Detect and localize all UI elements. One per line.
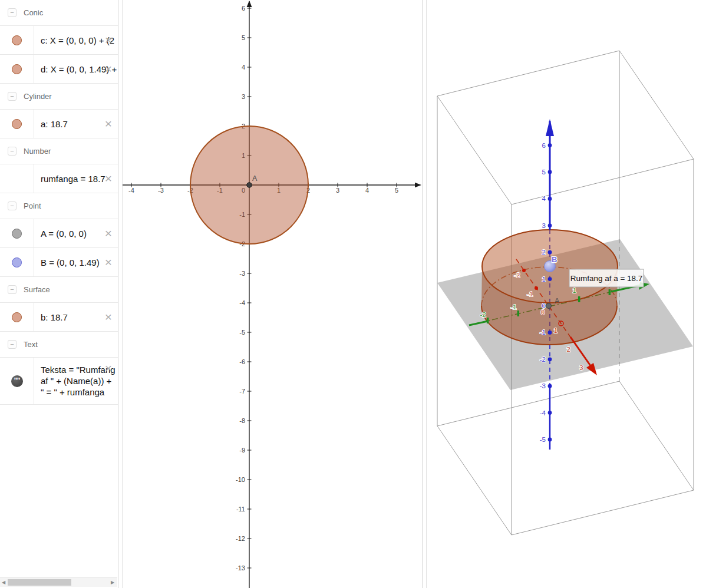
z-tick-label: 5 <box>542 169 546 176</box>
collapse-icon[interactable]: − <box>8 8 17 17</box>
visibility-marble[interactable] <box>12 119 22 129</box>
section-label: Point <box>24 201 41 210</box>
visibility-marble[interactable] <box>12 312 22 322</box>
marble-cell <box>0 110 34 138</box>
delete-icon[interactable]: × <box>102 361 115 375</box>
z-tick-label: 3 <box>542 222 546 229</box>
delete-icon[interactable]: × <box>102 62 115 76</box>
collapse-icon[interactable]: − <box>8 147 17 156</box>
z-tick-dot <box>548 170 552 174</box>
collapse-icon[interactable]: − <box>8 340 17 349</box>
marble-cell <box>0 248 34 276</box>
scrollbar-thumb[interactable] <box>8 579 71 586</box>
y-tick-label: -13 <box>236 564 245 572</box>
algebra-item-row-8[interactable]: A = (0, 0, 0)× <box>0 219 118 248</box>
graphics-3d-view[interactable]: 6543210-1-2-3-4-5-2-10123-2-11 A B Rumfa… <box>427 0 706 588</box>
y-tick-label: 3 <box>242 93 245 100</box>
y-tick-label: -2 <box>480 311 486 318</box>
x-tick-label: -4 <box>128 187 134 194</box>
z-tick-label: -2 <box>540 356 546 363</box>
z-tick-label: 2 <box>542 249 546 256</box>
section-header-point[interactable]: −Point <box>0 193 118 219</box>
section-header-text[interactable]: −Text <box>0 332 118 358</box>
caption-text: Rumfang af a = 18.7 <box>570 274 643 283</box>
x-tick-label: -2 <box>514 272 520 279</box>
z-tick-label: 4 <box>542 195 546 202</box>
z-tick-dot <box>548 411 552 415</box>
algebra-item-row-1[interactable]: c: X = (0, 0, 0) + (2 × <box>0 26 118 55</box>
scroll-left-icon[interactable]: ◀ <box>0 579 7 586</box>
z-tick-label: -4 <box>540 409 546 417</box>
graphics-2d-view[interactable]: -4-3-2-1012345654321-1-2-3-4-5-6-7-8-9-1… <box>123 0 422 588</box>
y-tick-label: -9 <box>239 447 245 454</box>
section-header-number[interactable]: −Number <box>0 138 118 164</box>
scroll-right-icon[interactable]: ▶ <box>109 579 116 586</box>
collapse-icon[interactable]: − <box>8 285 17 294</box>
delete-icon[interactable]: × <box>102 117 115 131</box>
algebra-item-row-4[interactable]: a: 18.7× <box>0 110 118 138</box>
x-axis-arrow-icon <box>415 183 421 187</box>
delete-icon[interactable]: × <box>102 310 115 324</box>
y-axis-arrow-icon <box>247 1 252 7</box>
y-tick-label: 5 <box>242 34 245 41</box>
collapse-icon[interactable]: − <box>8 92 17 101</box>
z-tick-label: -5 <box>540 436 546 443</box>
point-a-3d[interactable] <box>546 303 552 309</box>
x-tick-label: -3 <box>158 187 164 194</box>
x-tick-dot <box>522 269 526 272</box>
y-tick-label: -7 <box>239 388 245 395</box>
y-tick-label: -12 <box>236 535 245 542</box>
algebra-rows: −Conicc: X = (0, 0, 0) + (2 ×d: X = (0, … <box>0 0 118 405</box>
z-tick-dot <box>548 197 552 201</box>
marble-cell <box>0 55 34 83</box>
collapse-icon[interactable]: − <box>8 201 17 210</box>
algebra-item-row-2[interactable]: d: X = (0, 0, 1.49) + × <box>0 55 118 84</box>
z-tick-dot <box>548 357 552 361</box>
z-tick-label: 1 <box>542 276 546 283</box>
horizontal-scrollbar[interactable]: ◀ ▶ <box>0 577 117 587</box>
algebra-view-panel: −Conicc: X = (0, 0, 0) + (2 ×d: X = (0, … <box>0 0 118 588</box>
x-tick-label: 4 <box>365 187 369 194</box>
section-header-surface[interactable]: −Surface <box>0 277 118 303</box>
section-header-cylinder[interactable]: −Cylinder <box>0 84 118 110</box>
section-label: Cylinder <box>24 92 52 101</box>
visibility-marble[interactable] <box>12 257 22 267</box>
visibility-marble[interactable] <box>12 229 22 239</box>
visibility-marble[interactable] <box>12 64 22 74</box>
algebra-item-row-13[interactable]: ””Teksta = "Rumfangaf " + (Name(a)) +" =… <box>0 358 118 405</box>
y-tick-label: 4 <box>242 64 245 71</box>
section-label: Number <box>24 147 51 156</box>
marble-cell <box>0 164 34 193</box>
delete-icon[interactable]: × <box>102 226 115 240</box>
panel-splitter-right[interactable] <box>422 0 427 588</box>
delete-icon[interactable]: × <box>102 255 115 269</box>
item-definition-line: af " + (Name(a)) + <box>41 375 118 387</box>
x-tick-label: 2 <box>566 346 570 353</box>
z-tick-dot <box>548 250 552 255</box>
delete-icon[interactable]: × <box>102 33 115 47</box>
y-tick-label: -1 <box>510 303 516 310</box>
z-tick-dot <box>548 438 552 442</box>
z-tick-dot <box>548 331 552 335</box>
geogebra-window: −Conicc: X = (0, 0, 0) + (2 ×d: X = (0, … <box>0 0 706 588</box>
algebra-item-row-9[interactable]: B = (0, 0, 1.49)× <box>0 248 118 277</box>
text-quote-icon[interactable]: ”” <box>11 375 23 387</box>
caption-box[interactable]: Rumfang af a = 18.7 <box>569 269 644 287</box>
panel-splitter-left[interactable] <box>118 0 123 588</box>
box-top-face <box>437 51 694 204</box>
visibility-marble[interactable] <box>12 35 22 45</box>
section-header-conic[interactable]: −Conic <box>0 0 118 26</box>
marble-cell <box>0 26 34 54</box>
box-bottom-front-edges <box>437 426 694 535</box>
point-a-label-2d: A <box>252 174 258 183</box>
section-label: Conic <box>24 8 43 17</box>
algebra-item-row-11[interactable]: b: 18.7× <box>0 303 118 332</box>
algebra-item-row-6[interactable]: rumfanga = 18.7× <box>0 164 118 193</box>
marble-cell <box>0 219 34 247</box>
axis-ticks-2d: -4-3-2-1012345654321-1-2-3-4-5-6-7-8-9-1… <box>128 5 398 572</box>
delete-icon[interactable]: × <box>102 171 115 186</box>
box-bottom-back-edges <box>437 381 694 490</box>
y-tick-label: 1 <box>572 287 576 294</box>
z-tick-dot <box>548 223 552 227</box>
point-a-2d[interactable] <box>247 183 252 188</box>
